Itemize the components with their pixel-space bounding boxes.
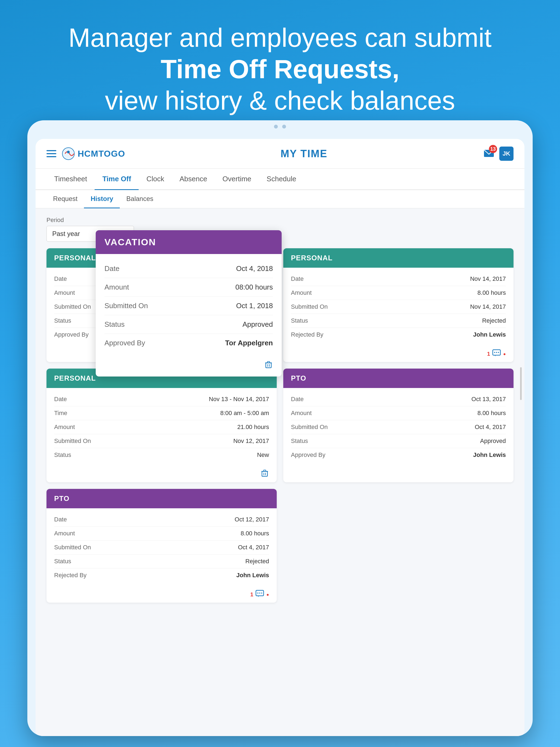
row-value: 8.00 hours xyxy=(240,530,269,537)
vacation-value-submitted: Oct 1, 2018 xyxy=(236,302,273,310)
row-value: Nov 13 - Nov 14, 2017 xyxy=(209,396,269,403)
hero-line2: Time Off Requests, xyxy=(33,53,527,85)
card-pto-right-header: PTO xyxy=(47,489,277,508)
subnav-balances[interactable]: Balances xyxy=(120,190,160,208)
scrollbar[interactable] xyxy=(520,367,522,400)
sub-nav: Request History Balances xyxy=(35,190,525,208)
top-bar-left: HCMTOGO xyxy=(47,147,125,160)
card-row: Status Rejected xyxy=(291,314,506,328)
card-row: Amount 21.00 hours xyxy=(54,420,269,434)
card-personal-bottom: PERSONAL Date Nov 14, 2017 Amount 8.00 h… xyxy=(283,248,513,362)
svg-rect-15 xyxy=(263,470,266,471)
row-value: New xyxy=(257,452,269,459)
card-personal-bottom-footer: 1 ● xyxy=(283,346,513,362)
card-personal-right-body: Date Nov 13 - Nov 14, 2017 Time 8:00 am … xyxy=(47,388,277,466)
card-row: Approved By John Lewis xyxy=(291,448,506,462)
card-row: Date Nov 13 - Nov 14, 2017 xyxy=(54,392,269,406)
row-label: Submitted On xyxy=(54,437,91,445)
card-personal-bottom-header: PERSONAL xyxy=(283,248,513,268)
vacation-popup-body: Date Oct 4, 2018 Amount 08:00 hours Subm… xyxy=(96,254,282,358)
vacation-row-status: Status Approved xyxy=(104,315,273,334)
vacation-label-status: Status xyxy=(104,320,125,329)
row-value: Oct 12, 2017 xyxy=(235,516,269,523)
notification-icon[interactable]: 13 xyxy=(483,147,495,160)
chat-icon[interactable] xyxy=(255,589,264,600)
vacation-value-date: Oct 4, 2018 xyxy=(236,264,273,273)
card-row: Rejected By John Lewis xyxy=(291,328,506,341)
row-label: Submitted On xyxy=(291,303,328,310)
row-value: Oct 13, 2017 xyxy=(472,396,506,403)
nav-time-off[interactable]: Time Off xyxy=(95,169,138,190)
row-label: Date xyxy=(54,396,67,403)
top-bar-right: 13 JK xyxy=(483,147,513,161)
chat-badge: 1 xyxy=(487,351,490,357)
card-personal-right: PERSONAL Date Nov 13 - Nov 14, 2017 Time… xyxy=(47,368,277,482)
svg-point-20 xyxy=(257,593,258,594)
card-row: Date Oct 13, 2017 xyxy=(291,392,506,406)
vacation-value-status: Approved xyxy=(243,320,273,329)
row-label: Date xyxy=(54,516,67,523)
nav-schedule[interactable]: Schedule xyxy=(259,169,304,190)
card-row: Amount 8.00 hours xyxy=(54,526,269,541)
row-label: Submitted On xyxy=(54,544,91,551)
vacation-value-amount: 08:00 hours xyxy=(235,283,273,291)
svg-marker-9 xyxy=(494,355,495,356)
row-value: Approved xyxy=(480,437,506,445)
card-row: Amount 8.00 hours xyxy=(291,286,506,300)
card-personal-right-footer xyxy=(47,466,277,482)
logo-svg-icon xyxy=(62,147,75,160)
trash-icon[interactable] xyxy=(264,360,273,371)
row-value: John Lewis xyxy=(473,331,506,338)
svg-rect-13 xyxy=(262,471,268,476)
row-label: Status xyxy=(54,452,71,459)
vacation-label-date: Date xyxy=(104,264,120,273)
vacation-label-amount: Amount xyxy=(104,283,129,291)
row-value: Rejected xyxy=(482,317,506,324)
chat-icon[interactable] xyxy=(492,349,501,359)
card-row: Amount 8.00 hours xyxy=(291,406,506,420)
period-value: Past year xyxy=(52,230,80,238)
svg-point-11 xyxy=(496,352,497,353)
top-bar: HCMTOGO MY TIME 13 JK xyxy=(35,139,525,169)
row-label: Amount xyxy=(54,289,75,297)
card-pto-right-footer: 1 ● xyxy=(47,587,277,602)
row-value: John Lewis xyxy=(473,452,506,459)
card-pto-right-body: Date Oct 12, 2017 Amount 8.00 hours Subm… xyxy=(47,508,277,587)
card-personal-bottom-body: Date Nov 14, 2017 Amount 8.00 hours Subm… xyxy=(283,268,513,346)
app-container: HCMTOGO MY TIME 13 JK Timesheet Time Off… xyxy=(35,139,525,736)
card-row: Status New xyxy=(54,448,269,462)
subnav-history[interactable]: History xyxy=(84,190,120,208)
vacation-row-submitted: Submitted On Oct 1, 2018 xyxy=(104,297,273,315)
row-label: Amount xyxy=(291,410,312,417)
row-value: John Lewis xyxy=(236,572,269,579)
row-label: Rejected By xyxy=(291,331,324,338)
card-pto-right: PTO Date Oct 12, 2017 Amount 8.00 hours … xyxy=(47,489,277,602)
hero-line1: Manager and employees can submit xyxy=(33,22,527,53)
nav-timesheet[interactable]: Timesheet xyxy=(47,169,95,190)
nav-overtime[interactable]: Overtime xyxy=(215,169,259,190)
avatar[interactable]: JK xyxy=(499,147,513,161)
hero-section: Manager and employees can submit Time Of… xyxy=(0,0,560,133)
nav-clock[interactable]: Clock xyxy=(138,169,172,190)
svg-point-10 xyxy=(494,352,495,353)
nav-absence[interactable]: Absence xyxy=(172,169,215,190)
row-value: Nov 14, 2017 xyxy=(470,275,506,282)
vacation-row-amount: Amount 08:00 hours xyxy=(104,278,273,297)
hamburger-icon[interactable] xyxy=(47,150,56,157)
card-pto-left-body: Date Oct 13, 2017 Amount 8.00 hours Subm… xyxy=(283,388,513,466)
row-label: Submitted On xyxy=(291,423,328,431)
svg-point-0 xyxy=(62,148,74,160)
chat-badge: 1 xyxy=(250,591,253,598)
row-label: Date xyxy=(291,396,304,403)
logo-text: HCMTOGO xyxy=(78,149,125,159)
trash-icon[interactable] xyxy=(260,469,269,480)
row-value: Nov 12, 2017 xyxy=(233,437,269,445)
row-value: Oct 4, 2017 xyxy=(238,544,269,551)
card-row: Time 8:00 am - 5:00 am xyxy=(54,406,269,420)
subnav-request[interactable]: Request xyxy=(47,190,84,208)
row-label: Date xyxy=(291,275,304,282)
device-frame: HCMTOGO MY TIME 13 JK Timesheet Time Off… xyxy=(27,120,533,736)
card-row: Rejected By John Lewis xyxy=(54,568,269,582)
main-nav: Timesheet Time Off Clock Absence Overtim… xyxy=(35,169,525,190)
row-label: Status xyxy=(291,317,308,324)
